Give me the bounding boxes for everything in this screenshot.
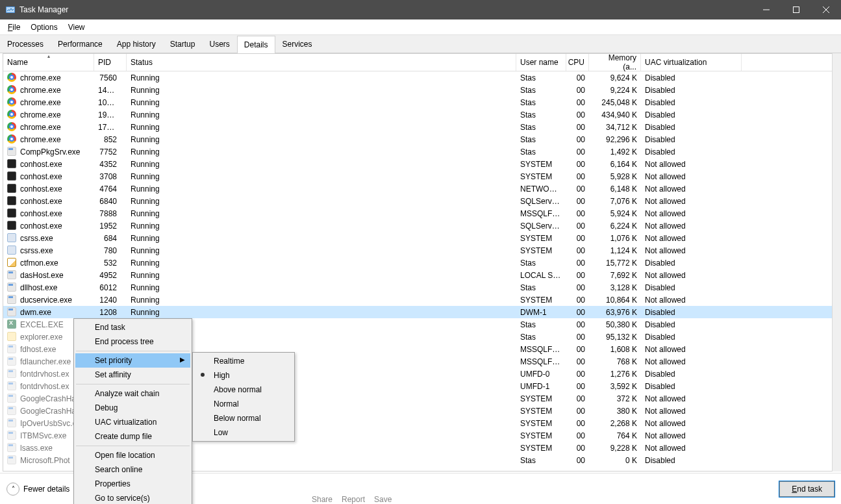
process-icon [7,134,18,145]
menu-item-analyze-wait-chain[interactable]: Analyze wait chain [75,386,190,401]
table-row[interactable]: dwm.exe1208RunningDWM-10063,976 KDisable… [3,306,841,318]
cell-uac: Disabled [641,456,742,465]
tab-services[interactable]: Services [275,35,320,53]
menu-item-end-process-tree[interactable]: End process tree [75,334,190,349]
priority-normal[interactable]: Normal [194,397,293,411]
cell-uac: Disabled [641,283,742,292]
process-icon [7,196,18,207]
table-row[interactable]: conhost.exe4764RunningNETWORK...006,148 … [3,183,841,195]
cell-status: Running [127,258,516,268]
cell-uac: Not allowed [641,184,742,194]
table-row[interactable]: CompPkgSrv.exe7752RunningStas001,492 KDi… [3,145,841,158]
cell-uac: Not allowed [641,197,742,206]
vertical-scrollbar[interactable] [832,53,841,472]
process-icon [7,418,18,429]
col-header-cpu[interactable]: CPU [566,54,589,71]
menu-item-open-file-location[interactable]: Open file location [75,448,190,462]
cell-pid: 7560 [94,73,127,82]
maximize-button[interactable] [781,0,811,19]
table-row[interactable]: ducservice.exe1240RunningSYSTEM0010,864 … [3,294,841,306]
cell-pid: 17388 [94,123,127,132]
process-icon [7,357,18,367]
table-row[interactable]: chrome.exe7560RunningStas009,624 KDisabl… [3,71,841,84]
cell-uac: Disabled [641,308,742,317]
table-row[interactable]: dasHost.exe4952RunningLOCAL SE...007,692… [3,269,841,281]
process-name: Microsoft.Phot [20,456,70,465]
tab-app-history[interactable]: App history [110,35,163,53]
priority-below-normal[interactable]: Below normal [194,411,293,425]
menu-item-uac-virtualization[interactable]: UAC virtualization [75,415,190,429]
sort-ascending-icon: ▴ [47,53,50,59]
table-row[interactable]: conhost.exe7888RunningMSSQLFD...005,924 … [3,207,841,220]
table-row[interactable]: conhost.exe1952RunningSQLServer...006,22… [3,220,841,232]
menu-separator [76,446,190,446]
tab-performance[interactable]: Performance [51,35,110,53]
minimize-button[interactable] [751,0,781,19]
cell-cpu: 00 [566,73,589,82]
table-row[interactable]: ctfmon.exe532RunningStas0015,772 KDisabl… [3,257,841,269]
cell-cpu: 00 [566,456,589,465]
table-row[interactable]: csrss.exe684RunningSYSTEM001,076 KNot al… [3,232,841,244]
process-icon [7,431,18,441]
cell-memory: 1,608 K [589,345,641,354]
table-row[interactable]: csrss.exe780RunningSYSTEM001,124 KNot al… [3,244,841,257]
process-name: lsass.exe [20,444,53,453]
tab-users[interactable]: Users [202,35,236,53]
table-row[interactable]: conhost.exe3708RunningSYSTEM005,928 KNot… [3,170,841,183]
menu-item-properties[interactable]: Properties [75,477,190,491]
cell-status: Running [127,234,516,243]
close-button[interactable] [811,0,841,19]
col-header-name[interactable]: Name▴ [3,54,94,71]
table-row[interactable]: conhost.exe6840RunningSQLServer...007,07… [3,195,841,207]
process-name: csrss.exe [20,246,53,255]
menu-file[interactable]: File [3,21,25,33]
cell-uac: Not allowed [641,271,742,280]
cell-memory: 434,940 K [589,110,641,120]
table-row[interactable]: chrome.exe19388RunningStas00434,940 KDis… [3,108,841,121]
process-icon [7,369,18,379]
menu-item-go-to-service-s-[interactable]: Go to service(s) [75,491,190,504]
menu-item-search-online[interactable]: Search online [75,462,190,477]
table-row[interactable]: dllhost.exe6012RunningStas003,128 KDisab… [3,281,841,294]
table-row[interactable]: chrome.exe852RunningStas0092,296 KDisabl… [3,133,841,145]
fewer-details-button[interactable]: ˄ Fewer details [6,483,69,496]
process-icon [7,332,18,342]
cell-user: SYSTEM [516,172,566,181]
menu-item-end-task[interactable]: End task [75,320,190,334]
tab-details[interactable]: Details [237,36,275,53]
cell-user: Stas [516,123,566,132]
tab-processes[interactable]: Processes [0,35,51,53]
cell-user: SYSTEM [516,296,566,305]
priority-above-normal[interactable]: Above normal [194,383,293,397]
titlebar[interactable]: Task Manager [0,0,841,19]
menu-view[interactable]: View [63,21,90,33]
priority-high[interactable]: High [194,368,293,383]
table-row[interactable]: chrome.exe10720RunningStas00245,048 KDis… [3,96,841,108]
menu-item-set-priority[interactable]: Set priority▶ [75,353,190,368]
priority-low[interactable]: Low [194,425,293,440]
cell-status: Running [127,184,516,194]
process-icon [7,85,18,95]
menu-item-set-affinity[interactable]: Set affinity [75,368,190,382]
col-header-status[interactable]: Status [127,54,516,71]
cell-cpu: 00 [566,357,589,366]
table-row[interactable]: conhost.exe4352RunningSYSTEM006,164 KNot… [3,158,841,170]
process-name: chrome.exe [20,123,61,132]
col-header-uac[interactable]: UAC virtualization [641,54,742,71]
cell-pid: 852 [94,135,127,144]
menu-item-create-dump-file[interactable]: Create dump file [75,429,190,444]
process-name: conhost.exe [20,160,62,169]
menu-item-debug[interactable]: Debug [75,401,190,415]
cell-status: Running [127,147,516,157]
table-row[interactable]: chrome.exe17388RunningStas0034,712 KDisa… [3,121,841,133]
table-row[interactable]: chrome.exe14820RunningStas009,224 KDisab… [3,84,841,96]
priority-realtime[interactable]: Realtime [194,354,293,368]
menu-options[interactable]: Options [25,21,62,33]
end-task-button[interactable]: End task [779,481,835,497]
tab-startup[interactable]: Startup [163,35,203,53]
cell-uac: Not allowed [641,431,742,440]
col-header-username[interactable]: User name [516,54,566,71]
col-header-memory[interactable]: Memory (a... [589,54,641,71]
col-header-pid[interactable]: PID [94,54,127,71]
cell-user: MSSQLFD... [516,345,566,354]
